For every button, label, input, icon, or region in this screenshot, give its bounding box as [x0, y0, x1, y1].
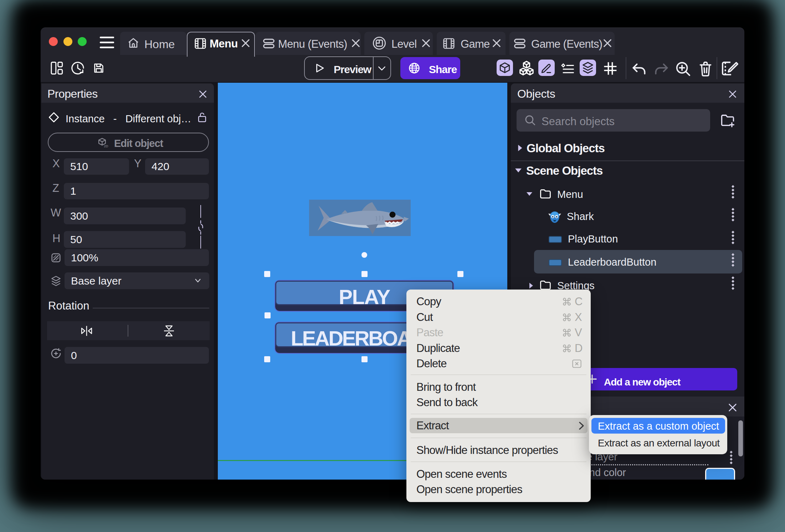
svg-text:2D: 2D	[104, 144, 108, 148]
